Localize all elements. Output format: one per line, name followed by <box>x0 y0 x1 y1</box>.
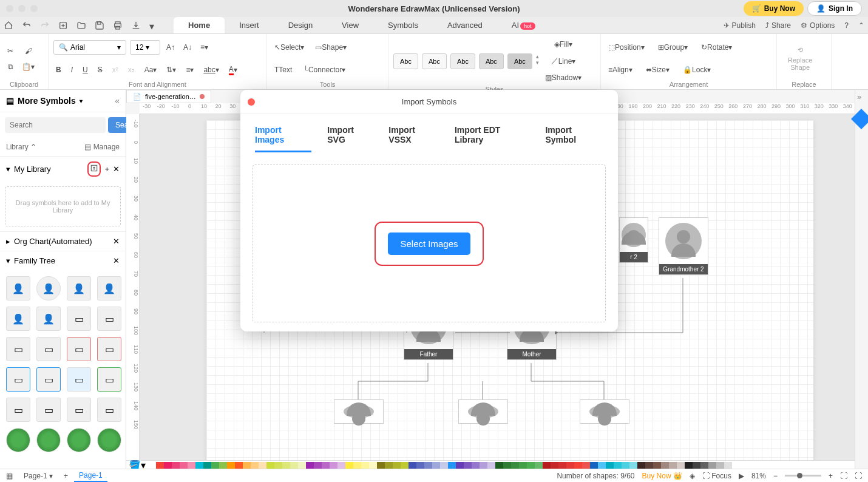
color-swatch[interactable] <box>716 462 724 469</box>
close-section-icon[interactable]: ✕ <box>113 237 120 246</box>
symbol-item[interactable]: ▭ <box>97 367 121 392</box>
add-library-icon[interactable]: + <box>104 165 109 174</box>
page-tab-1[interactable]: Page-1 ▾ <box>19 470 58 481</box>
style-5[interactable]: Abc <box>507 53 532 69</box>
buy-now-link[interactable]: Buy Now 👑 <box>642 472 682 480</box>
color-swatch[interactable] <box>558 462 566 469</box>
replace-shape-button[interactable]: ⟲ Replace Shape <box>782 44 818 73</box>
modal-close-button[interactable] <box>248 98 255 106</box>
decrease-font-icon[interactable]: A↓ <box>181 41 194 54</box>
subscript-icon[interactable]: x₂ <box>126 63 137 76</box>
help-icon[interactable]: ? <box>844 21 849 30</box>
bullets-icon[interactable]: ≡▾ <box>183 63 196 76</box>
ft-node-grandfather2[interactable]: r 2 <box>619 217 648 263</box>
share-button[interactable]: ⤴Share <box>765 21 791 30</box>
color-swatch[interactable] <box>669 462 677 469</box>
color-swatch[interactable] <box>259 462 266 469</box>
symbol-item[interactable]: ▭ <box>6 337 30 361</box>
color-swatch[interactable] <box>282 462 290 469</box>
import-library-icon[interactable] <box>87 161 101 177</box>
font-color-icon[interactable]: A▾ <box>226 63 240 78</box>
symbol-item[interactable]: ▭ <box>97 337 121 361</box>
color-swatch[interactable] <box>416 462 424 469</box>
fullscreen-icon[interactable]: ⛶ <box>855 472 862 480</box>
zoom-slider[interactable] <box>785 475 821 477</box>
symbol-item[interactable]: 👤 <box>36 276 61 300</box>
color-swatch[interactable] <box>219 462 227 469</box>
color-swatch[interactable] <box>582 462 590 469</box>
save-icon[interactable] <box>95 21 104 30</box>
line-spacing-icon[interactable]: ⇅▾ <box>164 63 178 76</box>
tab-insert[interactable]: Insert <box>225 17 274 33</box>
symbol-item[interactable]: ▭ <box>67 307 91 331</box>
color-swatch[interactable] <box>266 462 274 469</box>
tab-ai[interactable]: AIhot <box>497 17 550 33</box>
cut-icon[interactable]: ✂ <box>5 44 16 58</box>
close-library-icon[interactable]: ✕ <box>113 165 120 174</box>
color-swatch[interactable] <box>495 462 503 469</box>
color-swatch[interactable] <box>401 462 409 469</box>
play-icon[interactable]: ▶ <box>739 472 744 480</box>
tab-view[interactable]: View <box>327 17 373 33</box>
zoom-out-icon[interactable]: − <box>773 472 778 480</box>
align-button[interactable]: ≡ Align▾ <box>606 63 635 76</box>
color-swatch[interactable] <box>306 462 314 469</box>
modal-tab-import-edt[interactable]: Import EDT Library <box>455 125 530 152</box>
shadow-button[interactable]: ▨ Shadow ▾ <box>543 71 584 84</box>
color-swatch[interactable] <box>195 462 203 469</box>
color-swatch[interactable] <box>274 462 282 469</box>
color-swatch[interactable] <box>653 462 661 469</box>
expand-icon[interactable]: ▾ <box>6 165 10 174</box>
symbol-tree[interactable] <box>67 428 91 452</box>
color-swatch[interactable] <box>574 462 582 469</box>
color-swatch[interactable] <box>637 462 645 469</box>
color-swatch[interactable] <box>298 462 306 469</box>
symbol-item[interactable]: ▭ <box>67 337 91 361</box>
color-swatch[interactable] <box>629 462 637 469</box>
color-swatch[interactable] <box>330 462 337 469</box>
minimize-window[interactable] <box>18 5 25 12</box>
color-swatch[interactable] <box>464 462 472 469</box>
tab-advanced[interactable]: Advanced <box>433 17 497 33</box>
redo-icon[interactable] <box>40 21 50 30</box>
symbol-item[interactable]: ▭ <box>6 367 30 392</box>
ft-node-child3[interactable] <box>580 399 629 424</box>
color-swatch[interactable] <box>314 462 322 469</box>
maximize-window[interactable] <box>30 5 38 12</box>
color-swatch[interactable] <box>290 462 298 469</box>
more-icon[interactable]: ▾ <box>149 21 155 30</box>
color-swatch[interactable] <box>551 462 558 469</box>
symbol-item[interactable]: ▭ <box>36 337 61 361</box>
color-swatch[interactable] <box>590 462 598 469</box>
color-swatch[interactable] <box>472 462 480 469</box>
tab-symbols[interactable]: Symbols <box>373 17 433 33</box>
symbol-tree[interactable] <box>36 428 61 452</box>
symbol-item[interactable]: ▭ <box>97 307 121 331</box>
color-swatch[interactable] <box>227 462 235 469</box>
color-swatch[interactable] <box>188 462 195 469</box>
color-swatch[interactable] <box>156 462 164 469</box>
color-swatch[interactable] <box>393 462 401 469</box>
print-icon[interactable] <box>113 21 123 30</box>
size-button[interactable]: ⬌ Size▾ <box>643 63 672 76</box>
color-swatch[interactable] <box>164 462 172 469</box>
color-swatch[interactable] <box>440 462 448 469</box>
color-swatch[interactable] <box>622 462 629 469</box>
symbol-item[interactable]: ▭ <box>97 398 121 422</box>
style-up-icon[interactable]: ▴ <box>536 53 539 59</box>
home-icon[interactable] <box>4 21 13 30</box>
style-4[interactable]: Abc <box>479 53 504 69</box>
group-button[interactable]: ⊞ Group▾ <box>656 41 690 54</box>
publish-button[interactable]: ✈Publish <box>724 21 756 30</box>
color-swatch[interactable] <box>487 462 495 469</box>
color-swatch[interactable] <box>148 462 156 469</box>
tab-design[interactable]: Design <box>274 17 327 33</box>
italic-icon[interactable]: I <box>69 63 75 76</box>
color-swatch[interactable] <box>361 462 369 469</box>
page-tab-active[interactable]: Page-1 <box>74 470 107 482</box>
signin-button[interactable]: 👤 Sign In <box>807 1 862 16</box>
color-swatch[interactable] <box>606 462 614 469</box>
font-size-select[interactable]: 12 ▾ <box>130 40 160 55</box>
manage-button[interactable]: ▤ Manage <box>84 143 120 151</box>
color-swatch[interactable] <box>353 462 361 469</box>
